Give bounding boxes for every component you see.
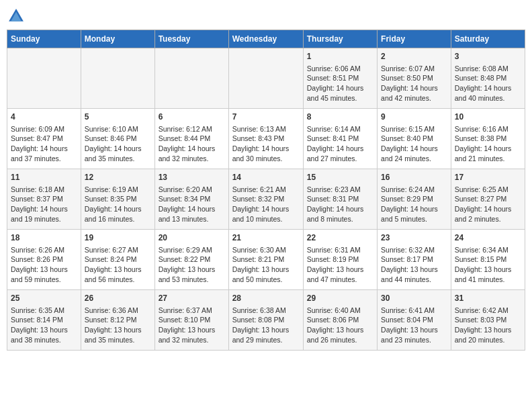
weekday-header-saturday: Saturday (451, 30, 525, 48)
weekday-header-monday: Monday (81, 30, 154, 48)
day-number: 26 (85, 293, 151, 304)
calendar-cell: 23Sunrise: 6:32 AM Sunset: 8:17 PM Dayli… (378, 230, 451, 290)
weekday-header-tuesday: Tuesday (154, 30, 228, 48)
weekday-header-thursday: Thursday (303, 30, 377, 48)
day-number: 23 (381, 232, 447, 244)
day-number: 4 (11, 111, 77, 123)
calendar-cell: 30Sunrise: 6:41 AM Sunset: 8:04 PM Dayli… (378, 290, 451, 351)
day-info: Sunrise: 6:07 AM Sunset: 8:50 PM Dayligh… (381, 64, 447, 103)
calendar-cell: 16Sunrise: 6:24 AM Sunset: 8:29 PM Dayli… (378, 169, 451, 230)
day-info: Sunrise: 6:19 AM Sunset: 8:35 PM Dayligh… (85, 185, 151, 224)
day-number: 27 (159, 293, 225, 304)
calendar-week-1: 1Sunrise: 6:06 AM Sunset: 8:51 PM Daylig… (7, 48, 525, 109)
calendar-cell: 29Sunrise: 6:40 AM Sunset: 8:06 PM Dayli… (303, 290, 377, 351)
logo (7, 7, 28, 26)
calendar-cell: 25Sunrise: 6:35 AM Sunset: 8:14 PM Dayli… (7, 290, 81, 351)
day-info: Sunrise: 6:14 AM Sunset: 8:41 PM Dayligh… (307, 124, 373, 164)
day-number: 3 (455, 51, 521, 62)
day-info: Sunrise: 6:15 AM Sunset: 8:40 PM Dayligh… (381, 124, 447, 164)
weekday-header-wednesday: Wednesday (228, 30, 303, 48)
day-info: Sunrise: 6:29 AM Sunset: 8:22 PM Dayligh… (159, 245, 225, 285)
day-number: 7 (232, 111, 300, 123)
day-number: 6 (159, 111, 225, 123)
calendar-table: SundayMondayTuesdayWednesdayThursdayFrid… (7, 30, 525, 351)
day-number: 19 (85, 232, 151, 244)
day-number: 15 (307, 172, 373, 183)
day-info: Sunrise: 6:18 AM Sunset: 8:37 PM Dayligh… (11, 185, 77, 224)
calendar-cell: 18Sunrise: 6:26 AM Sunset: 8:26 PM Dayli… (7, 230, 81, 290)
day-number: 1 (307, 51, 373, 62)
calendar-cell: 17Sunrise: 6:25 AM Sunset: 8:27 PM Dayli… (451, 169, 525, 230)
day-info: Sunrise: 6:36 AM Sunset: 8:12 PM Dayligh… (85, 306, 151, 345)
calendar-week-5: 25Sunrise: 6:35 AM Sunset: 8:14 PM Dayli… (7, 290, 525, 351)
calendar-cell: 1Sunrise: 6:06 AM Sunset: 8:51 PM Daylig… (303, 48, 377, 109)
day-number: 20 (159, 232, 225, 244)
day-number: 11 (11, 172, 77, 183)
calendar-cell: 28Sunrise: 6:38 AM Sunset: 8:08 PM Dayli… (228, 290, 303, 351)
calendar-cell: 13Sunrise: 6:20 AM Sunset: 8:34 PM Dayli… (154, 169, 228, 230)
day-number: 17 (455, 172, 521, 183)
calendar-cell: 26Sunrise: 6:36 AM Sunset: 8:12 PM Dayli… (81, 290, 154, 351)
calendar-cell: 5Sunrise: 6:10 AM Sunset: 8:46 PM Daylig… (81, 109, 154, 169)
calendar-cell: 24Sunrise: 6:34 AM Sunset: 8:15 PM Dayli… (451, 230, 525, 290)
day-info: Sunrise: 6:35 AM Sunset: 8:14 PM Dayligh… (11, 306, 77, 345)
day-info: Sunrise: 6:09 AM Sunset: 8:47 PM Dayligh… (11, 124, 77, 164)
calendar-cell: 3Sunrise: 6:08 AM Sunset: 8:48 PM Daylig… (451, 48, 525, 109)
day-info: Sunrise: 6:41 AM Sunset: 8:04 PM Dayligh… (381, 306, 447, 345)
calendar-cell: 6Sunrise: 6:12 AM Sunset: 8:44 PM Daylig… (154, 109, 228, 169)
calendar-cell: 27Sunrise: 6:37 AM Sunset: 8:10 PM Dayli… (154, 290, 228, 351)
day-number: 16 (381, 172, 447, 183)
weekday-header-row: SundayMondayTuesdayWednesdayThursdayFrid… (7, 30, 525, 48)
day-info: Sunrise: 6:10 AM Sunset: 8:46 PM Dayligh… (85, 124, 151, 164)
calendar-cell: 2Sunrise: 6:07 AM Sunset: 8:50 PM Daylig… (378, 48, 451, 109)
weekday-header-friday: Friday (378, 30, 451, 48)
day-info: Sunrise: 6:16 AM Sunset: 8:38 PM Dayligh… (455, 124, 521, 164)
day-info: Sunrise: 6:38 AM Sunset: 8:08 PM Dayligh… (232, 306, 300, 345)
calendar-cell: 8Sunrise: 6:14 AM Sunset: 8:41 PM Daylig… (303, 109, 377, 169)
day-number: 30 (381, 293, 447, 304)
day-number: 5 (85, 111, 151, 123)
day-info: Sunrise: 6:24 AM Sunset: 8:29 PM Dayligh… (381, 185, 447, 224)
day-info: Sunrise: 6:27 AM Sunset: 8:24 PM Dayligh… (85, 245, 151, 285)
calendar-cell: 12Sunrise: 6:19 AM Sunset: 8:35 PM Dayli… (81, 169, 154, 230)
day-info: Sunrise: 6:12 AM Sunset: 8:44 PM Dayligh… (159, 124, 225, 164)
day-number: 22 (307, 232, 373, 244)
day-info: Sunrise: 6:32 AM Sunset: 8:17 PM Dayligh… (381, 245, 447, 285)
day-info: Sunrise: 6:13 AM Sunset: 8:43 PM Dayligh… (232, 124, 300, 164)
day-number: 8 (307, 111, 373, 123)
logo-icon (7, 7, 26, 26)
day-number: 31 (455, 293, 521, 304)
calendar-cell (81, 48, 154, 109)
day-info: Sunrise: 6:34 AM Sunset: 8:15 PM Dayligh… (455, 245, 521, 285)
day-info: Sunrise: 6:30 AM Sunset: 8:21 PM Dayligh… (232, 245, 300, 285)
calendar-cell: 22Sunrise: 6:31 AM Sunset: 8:19 PM Dayli… (303, 230, 377, 290)
day-info: Sunrise: 6:21 AM Sunset: 8:32 PM Dayligh… (232, 185, 300, 224)
day-info: Sunrise: 6:31 AM Sunset: 8:19 PM Dayligh… (307, 245, 373, 285)
day-number: 10 (455, 111, 521, 123)
calendar-cell: 9Sunrise: 6:15 AM Sunset: 8:40 PM Daylig… (378, 109, 451, 169)
calendar-cell: 31Sunrise: 6:42 AM Sunset: 8:03 PM Dayli… (451, 290, 525, 351)
calendar-cell (7, 48, 81, 109)
calendar-body: 1Sunrise: 6:06 AM Sunset: 8:51 PM Daylig… (7, 48, 525, 351)
calendar-week-4: 18Sunrise: 6:26 AM Sunset: 8:26 PM Dayli… (7, 230, 525, 290)
day-info: Sunrise: 6:23 AM Sunset: 8:31 PM Dayligh… (307, 185, 373, 224)
day-number: 14 (232, 172, 300, 183)
weekday-header-sunday: Sunday (7, 30, 81, 48)
page-header (7, 7, 525, 26)
calendar-cell: 7Sunrise: 6:13 AM Sunset: 8:43 PM Daylig… (228, 109, 303, 169)
day-number: 29 (307, 293, 373, 304)
day-number: 2 (381, 51, 447, 62)
calendar-cell: 21Sunrise: 6:30 AM Sunset: 8:21 PM Dayli… (228, 230, 303, 290)
day-number: 28 (232, 293, 300, 304)
calendar-cell: 10Sunrise: 6:16 AM Sunset: 8:38 PM Dayli… (451, 109, 525, 169)
day-number: 21 (232, 232, 300, 244)
day-info: Sunrise: 6:20 AM Sunset: 8:34 PM Dayligh… (159, 185, 225, 224)
day-info: Sunrise: 6:26 AM Sunset: 8:26 PM Dayligh… (11, 245, 77, 285)
day-info: Sunrise: 6:42 AM Sunset: 8:03 PM Dayligh… (455, 306, 521, 345)
day-number: 12 (85, 172, 151, 183)
calendar-cell: 4Sunrise: 6:09 AM Sunset: 8:47 PM Daylig… (7, 109, 81, 169)
day-info: Sunrise: 6:37 AM Sunset: 8:10 PM Dayligh… (159, 306, 225, 345)
calendar-cell: 11Sunrise: 6:18 AM Sunset: 8:37 PM Dayli… (7, 169, 81, 230)
calendar-week-3: 11Sunrise: 6:18 AM Sunset: 8:37 PM Dayli… (7, 169, 525, 230)
calendar-cell: 14Sunrise: 6:21 AM Sunset: 8:32 PM Dayli… (228, 169, 303, 230)
